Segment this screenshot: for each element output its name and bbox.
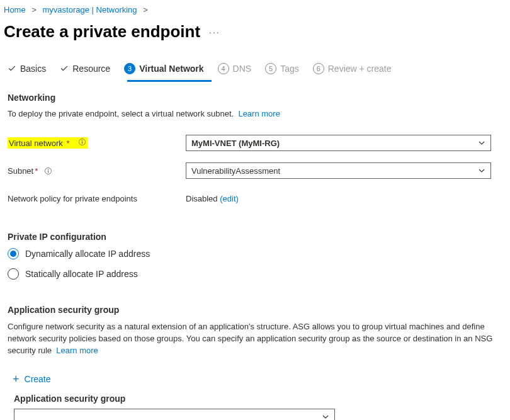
info-icon[interactable]	[78, 138, 86, 146]
breadcrumb-home[interactable]: Home	[4, 5, 26, 14]
asg-heading: Application security group	[8, 305, 502, 315]
info-icon[interactable]	[44, 167, 52, 175]
chevron-down-icon	[478, 139, 485, 147]
svg-point-4	[48, 169, 48, 169]
tab-label: Basics	[20, 64, 46, 74]
breadcrumb-resource[interactable]: myvastorage | Networking	[43, 5, 137, 14]
network-policy-edit-link[interactable]: (edit)	[220, 194, 239, 203]
subnet-select[interactable]: VulnerabilityAssessment	[186, 162, 491, 179]
radio-button-icon	[8, 248, 19, 259]
networking-intro-text: To deploy the private endpoint, select a…	[8, 109, 234, 118]
svg-rect-5	[48, 170, 48, 173]
virtual-network-select[interactable]: MyMI-VNET (MyMI-RG)	[186, 135, 491, 151]
private-ip-heading: Private IP configuration	[8, 232, 502, 242]
radio-dynamic-ip[interactable]: Dynamically allocate IP address	[8, 248, 502, 259]
step-number-icon: 6	[313, 63, 324, 74]
radio-button-icon	[8, 268, 19, 280]
step-number-icon: 3	[124, 63, 135, 74]
row-subnet: Subnet * VulnerabilityAssessment	[8, 160, 502, 181]
tab-label: Virtual Network	[139, 64, 203, 74]
tab-virtual-network[interactable]: 3 Virtual Network	[124, 63, 203, 81]
svg-point-1	[81, 140, 82, 140]
radio-dynamic-label: Dynamically allocate IP address	[25, 249, 150, 259]
section-networking: Networking To deploy the private endpoin…	[1, 81, 509, 209]
ip-allocation-radio-group: Dynamically allocate IP address Statical…	[8, 248, 502, 280]
network-policy-label: Network policy for private endpoints	[8, 194, 137, 203]
asg-create-button[interactable]: + Create	[8, 371, 56, 387]
row-network-policy: Network policy for private endpoints Dis…	[8, 188, 502, 209]
required-asterisk: *	[66, 139, 69, 148]
radio-static-label: Statically allocate IP address	[25, 269, 138, 279]
asg-select[interactable]	[14, 409, 335, 420]
virtual-network-value: MyMI-VNET (MyMI-RG)	[191, 139, 280, 148]
breadcrumb: Home > myvastorage | Networking >	[1, 4, 509, 21]
tabs: Basics Resource 3 Virtual Network 4 DNS …	[1, 57, 509, 81]
step-number-icon: 4	[218, 63, 229, 74]
check-icon	[60, 64, 69, 73]
subnet-value: VulnerabilityAssessment	[191, 166, 280, 176]
section-asg: Application security group Configure net…	[1, 288, 509, 420]
vnet-label-text: Virtual network	[9, 139, 63, 148]
asg-description: Configure network security as a natural …	[8, 321, 502, 357]
tab-basics[interactable]: Basics	[8, 64, 46, 80]
asg-create-label: Create	[25, 374, 51, 384]
check-icon	[8, 64, 16, 73]
network-policy-value: Disabled	[186, 194, 218, 203]
chevron-down-icon	[478, 167, 485, 174]
tab-active-underline	[127, 80, 212, 82]
tab-resource[interactable]: Resource	[60, 64, 110, 80]
required-asterisk: *	[35, 166, 38, 176]
tab-label: Tags	[280, 64, 299, 74]
chevron-right-icon: >	[143, 5, 148, 14]
plus-icon: +	[13, 373, 20, 385]
page-title: Create a private endpoint	[4, 22, 200, 42]
subnet-label: Subnet	[8, 166, 33, 176]
networking-intro: To deploy the private endpoint, select a…	[8, 109, 502, 118]
networking-learn-more-link[interactable]: Learn more	[238, 109, 280, 118]
asg-sub-section: Application security group	[8, 394, 502, 420]
svg-rect-2	[82, 142, 82, 144]
networking-heading: Networking	[8, 93, 502, 103]
tab-underline-row	[8, 81, 502, 81]
page-title-row: Create a private endpoint ···	[1, 21, 509, 57]
chevron-right-icon: >	[31, 5, 37, 14]
tab-label: DNS	[233, 64, 252, 74]
row-virtual-network: Virtual network * MyMI-VNET (MyMI-RG)	[8, 132, 502, 154]
chevron-down-icon	[322, 413, 329, 420]
tab-label: Resource	[72, 64, 110, 74]
tab-dns[interactable]: 4 DNS	[218, 63, 252, 81]
tab-review-create[interactable]: 6 Review + create	[313, 63, 392, 81]
asg-sub-label: Application security group	[14, 394, 502, 404]
more-actions-button[interactable]: ···	[209, 27, 220, 37]
section-private-ip: Private IP configuration Dynamically all…	[1, 215, 509, 280]
radio-static-ip[interactable]: Statically allocate IP address	[8, 268, 502, 280]
tab-tags[interactable]: 5 Tags	[265, 63, 299, 81]
virtual-network-label: Virtual network *	[8, 137, 88, 149]
tab-label: Review + create	[328, 64, 392, 74]
asg-learn-more-link[interactable]: Learn more	[56, 346, 98, 355]
step-number-icon: 5	[265, 63, 276, 74]
